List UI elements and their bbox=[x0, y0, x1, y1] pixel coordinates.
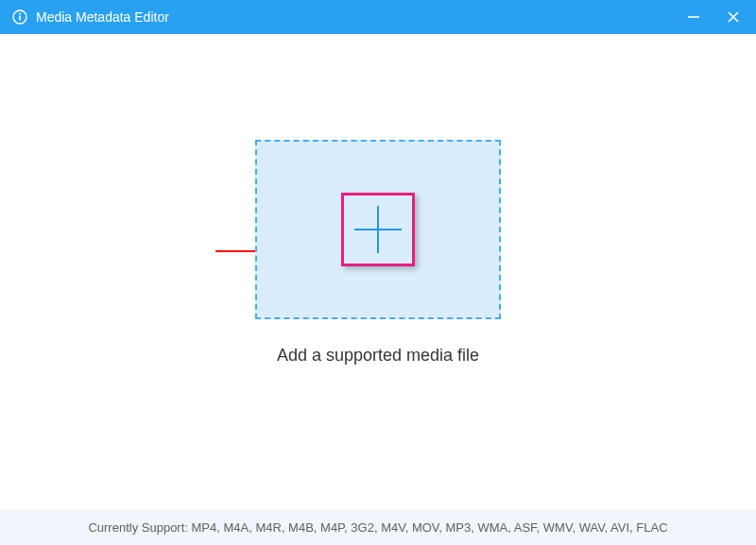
footer-bar: Currently Support: MP4, M4A, M4R, M4B, M… bbox=[0, 509, 756, 545]
supported-formats-text: Currently Support: MP4, M4A, M4R, M4B, M… bbox=[88, 520, 667, 535]
add-file-highlight[interactable] bbox=[341, 193, 415, 266]
add-file-dropzone[interactable] bbox=[255, 140, 501, 319]
supported-prefix: Currently Support: bbox=[88, 520, 191, 535]
svg-point-1 bbox=[19, 13, 21, 15]
dropzone-label: Add a supported media file bbox=[277, 346, 479, 366]
window-controls bbox=[682, 6, 745, 28]
window-title: Media Metadata Editor bbox=[36, 9, 682, 25]
plus-icon bbox=[354, 206, 402, 253]
minimize-button[interactable] bbox=[682, 6, 705, 28]
main-area: Add a supported media file bbox=[0, 34, 756, 509]
supported-formats-list: MP4, M4A, M4R, M4B, M4P, 3G2, M4V, MOV, … bbox=[192, 520, 668, 535]
info-icon bbox=[11, 9, 28, 26]
svg-rect-2 bbox=[19, 16, 21, 21]
close-button[interactable] bbox=[722, 6, 745, 28]
titlebar: Media Metadata Editor bbox=[0, 0, 756, 34]
